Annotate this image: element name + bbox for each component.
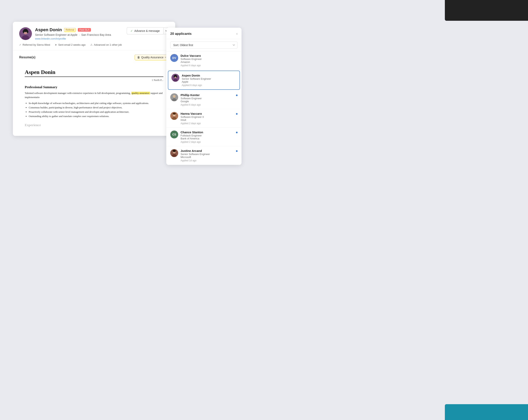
applicant-applied: Applied 2 days ago	[180, 141, 234, 143]
applicant-company: Intuit	[180, 118, 234, 121]
applicant-details: Aspen Donin Senior Software Engineer App…	[182, 74, 236, 87]
professional-summary-text: Talented software development manager wi…	[25, 91, 163, 100]
candidate-subtitle: Senior Software Engineer at Apple · San …	[35, 33, 111, 36]
applicant-item-hanna-vaccaro[interactable]: Hanna Vaccaro Software Engineer II Intui…	[166, 109, 241, 128]
applicant-item-aspen-donin[interactable]: Aspen Donin Senior Software Engineer App…	[168, 71, 240, 90]
applicant-item-dulce-vaccaro[interactable]: DV Dulce Vaccaro Software Engineer Amazo…	[166, 51, 241, 70]
applicant-role: Software Engineer	[180, 57, 238, 60]
applicant-details: Phillip Kenter Software Engineer Google …	[180, 93, 234, 106]
applicant-role: Fullstack Engineer	[180, 134, 234, 137]
applicant-company: Bank of America	[180, 137, 234, 140]
applicant-role: Senior Software Engineer	[182, 77, 236, 80]
applicant-company: Microsoft	[180, 156, 234, 159]
unread-indicator	[236, 150, 238, 152]
unread-indicator	[236, 94, 238, 96]
email-icon: ➤	[55, 43, 57, 46]
candidate-avatar	[19, 27, 32, 40]
sla-badge: Past SLA	[78, 28, 91, 32]
svg-point-6	[27, 30, 28, 33]
resume-candidate-name: Aspen Donin	[25, 69, 163, 75]
svg-point-11	[174, 76, 175, 78]
applicant-role: Software Engineer II	[180, 115, 234, 118]
referred-by-item: ✓ Referred by Sierra West	[19, 43, 50, 46]
applicant-details: Justine Arcand Senior Software Engineer …	[180, 149, 234, 162]
sort-row: Sort: Oldest first Sort: Newest first So…	[166, 39, 241, 51]
resume-divider	[25, 77, 163, 77]
referral-badge: Referral	[64, 28, 76, 32]
applicant-item-phillip-kenter[interactable]: Phillip Kenter Software Engineer Google …	[166, 91, 241, 109]
panel-collapse-button[interactable]: ‹	[236, 32, 238, 36]
applicant-item-chance-stanton[interactable]: CS Chance Stanton Fullstack Engineer Ban…	[166, 128, 241, 146]
applicant-avatar	[171, 74, 179, 82]
applicant-applied: Applied 6 days ago	[182, 84, 236, 87]
candidate-meta-row: ✓ Referred by Sierra West ➤ Sent email 2…	[19, 43, 169, 46]
candidate-info: Aspen Donin Referral Past SLA Senior Sof…	[35, 27, 111, 40]
applicant-name: Chance Stanton	[180, 131, 234, 134]
applicant-role: Senior Software Engineer	[180, 153, 234, 156]
resume-section: Resume(s) 🗑 Quality Assurance × Aspen Do…	[13, 50, 175, 136]
applicant-avatar	[170, 93, 178, 101]
panel-title: 20 applicants	[170, 32, 192, 36]
bullet-item: In-depth knowledge of software technolog…	[29, 101, 163, 105]
svg-point-5	[23, 30, 24, 33]
applicant-company: Google	[180, 100, 234, 103]
applicant-name: Justine Arcand	[180, 149, 234, 152]
unread-indicator	[236, 113, 238, 115]
linkedin-link[interactable]: www.linkedin.com/in/profile	[35, 37, 111, 40]
svg-point-12	[176, 76, 177, 78]
applicant-name: Aspen Donin	[182, 74, 236, 77]
applicant-details: Hanna Vaccaro Software Engineer II Intui…	[180, 112, 234, 125]
applicant-details: Chance Stanton Fullstack Engineer Bank o…	[180, 131, 234, 143]
candidate-name: Aspen Donin Referral Past SLA	[35, 27, 111, 33]
highlight-quality-assurance: quality assurance	[131, 91, 150, 94]
svg-point-19	[173, 113, 176, 115]
check-small-icon: ✓	[19, 43, 21, 46]
applicants-list: DV Dulce Vaccaro Software Engineer Amazo…	[166, 51, 241, 165]
resume-address: 1 North P...	[25, 79, 163, 82]
action-button-group: ✓ Advance & message ▾	[127, 27, 169, 34]
email-sent-item: ➤ Sent email 2 weeks ago	[55, 43, 85, 46]
bullet-item: Outstanding ability to gather and transl…	[29, 114, 163, 118]
sort-select[interactable]: Sort: Oldest first Sort: Newest first So…	[170, 42, 238, 49]
svg-point-14	[173, 95, 176, 98]
applicant-name: Phillip Kenter	[180, 93, 234, 97]
applicants-panel: 20 applicants ‹ Sort: Oldest first Sort:…	[166, 28, 241, 165]
professional-summary-title: Professional Summary	[25, 85, 163, 89]
trash-icon: 🗑	[137, 56, 140, 59]
resume-bullets: In-depth knowledge of software technolog…	[29, 101, 163, 118]
candidate-header: Aspen Donin Referral Past SLA Senior Sof…	[13, 22, 175, 50]
candidate-panel: Aspen Donin Referral Past SLA Senior Sof…	[13, 22, 175, 136]
applicant-role: Software Engineer	[180, 97, 234, 100]
quality-assurance-tag: 🗑 Quality Assurance ×	[135, 54, 169, 60]
advance-message-button[interactable]: ✓ Advance & message	[127, 27, 163, 34]
advanced-job-item: ⚠ Advanced on 1 other job	[90, 43, 122, 46]
qa-tag-close-button[interactable]: ×	[165, 56, 166, 59]
applicant-company: Amazon	[180, 60, 238, 63]
panel-header: 20 applicants ‹	[166, 28, 241, 39]
applicant-avatar	[170, 149, 178, 157]
warning-icon: ⚠	[90, 43, 93, 46]
resume-label: Resume(s)	[19, 56, 36, 59]
applicant-applied: Applied 1d ago	[180, 159, 234, 162]
bullet-item: Proactively collaborate with senior-leve…	[29, 110, 163, 114]
bullet-item: Consensus builder, participating in dive…	[29, 105, 163, 110]
applicant-avatar: CS	[170, 131, 178, 138]
unread-indicator	[236, 132, 238, 133]
applicant-details: Dulce Vaccaro Software Engineer Amazon A…	[180, 54, 238, 67]
experience-title: Experience	[25, 123, 163, 127]
resume-header-row: Resume(s) 🗑 Quality Assurance ×	[19, 54, 169, 60]
applicant-company: Apple	[182, 80, 236, 83]
applicant-avatar: DV	[170, 54, 178, 62]
applicant-applied: Applied 2 days ago	[180, 122, 234, 125]
applicant-item-justine-arcand[interactable]: Justine Arcand Senior Software Engineer …	[166, 146, 241, 165]
applicant-name: Dulce Vaccaro	[180, 54, 238, 57]
svg-point-23	[173, 150, 176, 152]
applicant-avatar	[170, 112, 178, 120]
resume-document: Aspen Donin 1 North P... Professional Su…	[19, 64, 169, 132]
check-icon: ✓	[131, 29, 133, 33]
applicant-applied: Applied 6 days ago	[180, 103, 234, 106]
applicant-applied: Applied 6 days ago	[180, 64, 238, 67]
applicant-name: Hanna Vaccaro	[180, 112, 234, 115]
